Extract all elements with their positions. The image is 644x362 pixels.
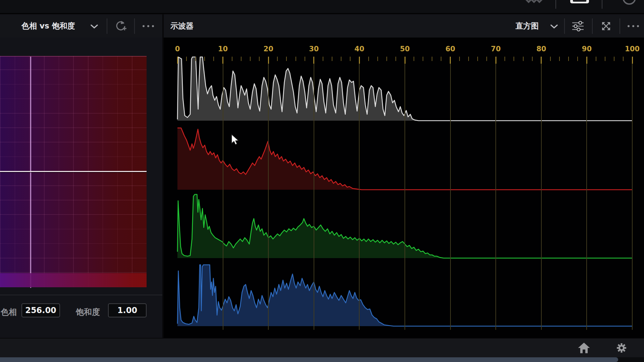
x-tick-minor xyxy=(504,57,505,61)
x-tick-minor xyxy=(596,57,596,61)
scope-panel: 0102030405060708090100 xyxy=(164,38,644,338)
header-separator xyxy=(564,18,565,34)
x-tick-label: 70 xyxy=(486,45,506,53)
gridline-100 xyxy=(632,58,633,330)
chevron-down-icon[interactable] xyxy=(91,24,98,29)
gridline-40 xyxy=(359,58,360,330)
x-tick-minor xyxy=(486,57,487,61)
x-tick-minor xyxy=(250,57,251,61)
reset-curve-button[interactable] xyxy=(113,14,129,38)
x-tick-minor xyxy=(559,57,560,61)
top-bar-separator xyxy=(602,0,602,9)
horizontal-scrollbar xyxy=(0,357,644,362)
wave-icon[interactable] xyxy=(525,0,543,4)
scope-expand-button[interactable] xyxy=(598,14,614,38)
x-tick-minor xyxy=(532,57,533,61)
x-tick-label: 90 xyxy=(577,45,597,53)
x-tick-minor xyxy=(305,57,305,61)
gridline-10 xyxy=(223,58,223,330)
x-tick-minor xyxy=(395,57,396,61)
x-tick-minor xyxy=(614,57,614,61)
x-tick-minor xyxy=(432,57,432,61)
scope-settings-button[interactable] xyxy=(570,14,586,38)
home-icon[interactable] xyxy=(578,342,590,354)
hue-field-label: 色相 xyxy=(1,307,17,317)
x-tick-minor xyxy=(195,57,196,61)
header-separator xyxy=(134,18,135,34)
x-tick-label: 100 xyxy=(622,45,642,53)
x-tick-minor xyxy=(341,57,341,61)
x-tick-minor xyxy=(350,57,351,61)
scope-menu-button[interactable] xyxy=(625,14,642,38)
x-tick-major xyxy=(313,57,314,64)
x-tick-minor xyxy=(568,57,569,61)
chevron-down-icon[interactable] xyxy=(550,24,558,29)
curve-panel-menu-button[interactable] xyxy=(140,14,157,38)
gridline-60 xyxy=(450,58,451,330)
x-tick-minor xyxy=(468,57,469,61)
x-tick-major xyxy=(450,57,451,64)
saturation-field-label: 饱和度 xyxy=(76,307,100,317)
help-circle-icon[interactable] xyxy=(623,0,636,5)
gridline-50 xyxy=(405,58,405,330)
curve-panel-title: 色相 vs 饱和度 xyxy=(21,14,75,38)
saturation-curve-line[interactable] xyxy=(0,171,147,172)
header-row: 色相 vs 饱和度 示波器 直方图 xyxy=(0,14,644,38)
hue-gradient-strip xyxy=(0,273,147,287)
x-tick-minor xyxy=(377,57,378,61)
x-tick-minor xyxy=(259,57,260,61)
x-tick-major xyxy=(632,57,633,64)
header-separator xyxy=(620,18,620,34)
gridline-90 xyxy=(586,58,587,330)
x-tick-minor xyxy=(577,57,578,61)
x-tick-label: 50 xyxy=(395,45,415,53)
x-tick-minor xyxy=(423,57,423,61)
gridline-70 xyxy=(495,58,496,330)
x-tick-minor xyxy=(277,57,278,61)
x-tick-label: 10 xyxy=(213,45,233,53)
app-window: 色相 vs 饱和度 示波器 直方图 xyxy=(0,0,644,362)
scope-panel-title: 示波器 xyxy=(170,14,194,38)
saturation-value-field[interactable]: 1.00 xyxy=(108,303,147,317)
scope-mode-label[interactable]: 直方图 xyxy=(516,14,539,38)
x-tick-minor xyxy=(232,57,232,61)
x-tick-minor xyxy=(514,57,514,61)
x-tick-major xyxy=(222,57,223,64)
top-bar-separator xyxy=(555,0,556,9)
gear-icon[interactable] xyxy=(615,342,628,354)
x-tick-major xyxy=(177,57,178,64)
x-tick-label: 60 xyxy=(440,45,461,53)
x-tick-minor xyxy=(186,57,187,61)
x-tick-label: 30 xyxy=(304,45,324,53)
gridline-20 xyxy=(268,58,269,330)
header-separator xyxy=(592,18,593,34)
x-tick-minor xyxy=(441,57,441,61)
x-tick-major xyxy=(495,57,496,64)
ellipsis-icon xyxy=(628,25,630,27)
x-tick-minor xyxy=(323,57,323,61)
scrollbar-thumb[interactable] xyxy=(0,357,618,362)
x-tick-label: 80 xyxy=(531,45,551,53)
x-tick-minor xyxy=(550,57,551,61)
hue-value-field[interactable]: 256.00 xyxy=(21,303,60,317)
reset-plus-icon xyxy=(115,20,127,32)
divider xyxy=(0,295,162,295)
x-tick-minor xyxy=(477,57,478,61)
x-tick-label: 0 xyxy=(167,45,187,53)
x-tick-major xyxy=(586,57,587,64)
x-tick-label: 40 xyxy=(349,45,369,53)
hue-highlight-line xyxy=(30,57,31,288)
x-tick-major xyxy=(268,57,269,64)
sliders-icon xyxy=(572,20,584,32)
x-tick-minor xyxy=(605,57,605,61)
x-tick-minor xyxy=(213,57,214,61)
histogram-plot[interactable]: 0102030405060708090100 xyxy=(164,38,644,333)
hue-sat-curve-editor[interactable] xyxy=(0,56,147,287)
bottom-bar xyxy=(0,338,644,357)
x-tick-minor xyxy=(459,57,460,61)
x-tick-minor xyxy=(296,57,296,61)
gridline-80 xyxy=(541,58,542,330)
x-tick-minor xyxy=(204,57,205,61)
active-panel-icon[interactable] xyxy=(570,0,589,3)
expand-icon xyxy=(601,21,611,32)
